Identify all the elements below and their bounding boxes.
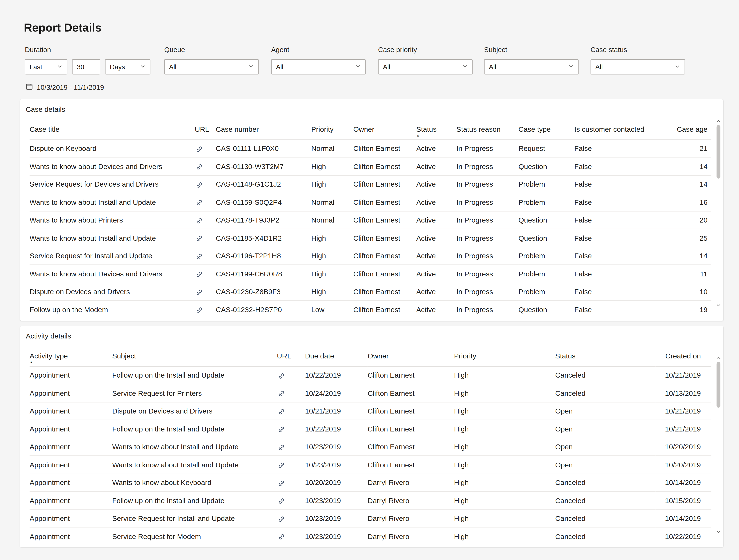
activity-row: AppointmentFollow up on the Install and … [29,420,711,438]
case-row: Service Request for Devices and DriversC… [29,175,711,193]
case-url-link[interactable] [195,211,216,229]
agent-dropdown[interactable]: All [271,59,366,75]
case-priority-dropdown[interactable]: All [378,59,473,75]
col-header-owner[interactable]: Owner▲ [367,344,454,366]
scroll-up-button[interactable] [715,355,722,361]
case-table-scrollbar[interactable] [715,118,722,308]
activity-subject-cell: Wants to know about Install and Update [112,456,277,473]
activity-subject-cell: Wants to know about Install and Update [112,438,277,456]
link-icon [278,498,285,505]
case-priority-cell: High [311,247,353,265]
case-status-reason-cell: In Progress [456,283,519,301]
case-status-dropdown[interactable]: All [591,59,685,75]
case-title-cell: Wants to know about Devices and Drivers [29,265,195,283]
activity-url-link[interactable] [277,456,305,473]
case-type-cell: Question [519,229,574,247]
activity-subject-cell: Service Request for Printers [112,384,277,402]
activity-url-link[interactable] [277,384,305,402]
chevron-down-icon [462,63,468,71]
activity-url-link[interactable] [277,492,305,510]
activity-type-cell: Appointment [29,473,112,492]
subject-dropdown[interactable]: All [484,59,579,75]
case-url-link[interactable] [195,157,216,175]
case-url-link[interactable] [195,193,216,211]
case-status-cell: Active [416,211,456,229]
col-header-status[interactable]: Status▲ [416,117,456,139]
duration-mode-dropdown[interactable]: Last [25,59,67,75]
col-header-url[interactable]: URL▲ [277,344,305,366]
duration-amount-input[interactable]: 30 [72,59,100,75]
case-status-value: All [595,63,603,71]
case-row: Wants to know about Install and UpdateCA… [29,229,711,247]
col-header-url[interactable]: URL▲ [195,117,216,139]
col-header-status[interactable]: Status▲ [555,344,655,366]
queue-dropdown[interactable]: All [164,59,259,75]
case-status-reason-cell: In Progress [456,301,519,318]
link-icon [278,426,285,433]
scrollbar-thumb[interactable] [717,362,720,408]
case-url-link[interactable] [195,283,216,301]
scroll-down-button[interactable] [715,528,722,534]
col-header-due-date[interactable]: Due date▲ [305,344,367,366]
duration-unit-dropdown[interactable]: Days [105,59,150,75]
scrollbar-thumb[interactable] [717,125,720,179]
col-header-created-on[interactable]: Created on▲ [655,344,711,366]
case-url-link[interactable] [195,175,216,193]
case-contacted-cell: False [574,157,663,175]
case-url-link[interactable] [195,139,216,157]
scrollbar-track[interactable] [715,361,722,528]
activity-url-link[interactable] [277,509,305,527]
case-contacted-cell: False [574,301,663,318]
activity-priority-cell: High [454,527,555,545]
activity-priority-cell: High [454,509,555,527]
scroll-up-button[interactable] [715,118,722,124]
col-header-case-title[interactable]: Case title▲ [29,117,195,139]
activity-status-cell: Open [555,456,655,473]
chevron-down-icon [355,63,361,71]
activity-status-cell: Canceled [555,492,655,510]
activity-table-scrollbar[interactable] [715,355,722,534]
col-header-owner[interactable]: Owner▲ [353,117,416,139]
col-header-subject[interactable]: Subject▲ [112,344,277,366]
col-header-activity-type[interactable]: Activity type▲ [29,344,112,366]
col-header-is-customer-contacted[interactable]: Is customer contacted▲ [574,117,663,139]
case-url-link[interactable] [195,229,216,247]
activity-row: AppointmentDispute on Devices and Driver… [29,402,711,420]
col-header-case-type[interactable]: Case type▲ [519,117,574,139]
activity-subject-cell: Service Request for Install and Update [112,509,277,527]
case-age-cell: 10 [663,283,711,301]
case-row: Wants to know about Devices and DriversC… [29,265,711,283]
activity-url-link[interactable] [277,366,305,384]
activity-type-cell: Appointment [29,420,112,438]
col-header-priority[interactable]: Priority▲ [311,117,353,139]
activity-row: AppointmentService Request for Install a… [29,509,711,527]
activity-url-link[interactable] [277,527,305,545]
scrollbar-track[interactable] [715,124,722,302]
case-age-cell: 19 [663,301,711,318]
scroll-down-button[interactable] [715,302,722,308]
activity-url-link[interactable] [277,438,305,456]
activity-url-link[interactable] [277,402,305,420]
activity-created-on-cell: 10/15/2019 [655,492,711,510]
case-url-link[interactable] [195,265,216,283]
activity-due-date-cell: 10/24/2019 [305,384,367,402]
activity-type-cell: Appointment [29,492,112,510]
col-header-case-number[interactable]: Case number▲ [216,117,311,139]
case-owner-cell: Clifton Earnest [353,283,416,301]
case-priority-cell: Normal [311,193,353,211]
col-header-case-age[interactable]: Case age▲ [663,117,711,139]
activity-priority-cell: High [454,456,555,473]
case-status-cell: Active [416,193,456,211]
activity-url-link[interactable] [277,473,305,492]
col-header-status-reason[interactable]: Status reason▲ [456,117,519,139]
col-header-priority[interactable]: Priority▲ [454,344,555,366]
link-icon [278,444,285,451]
report-page: Report Details Duration Last 30 Days Que… [0,0,739,560]
case-age-cell: 11 [663,265,711,283]
case-url-link[interactable] [195,301,216,318]
activity-due-date-cell: 10/22/2019 [305,366,367,384]
case-url-link[interactable] [195,247,216,265]
case-title-cell: Service Request for Devices and Drivers [29,175,195,193]
sort-asc-icon: ▲ [29,360,33,365]
activity-url-link[interactable] [277,420,305,438]
